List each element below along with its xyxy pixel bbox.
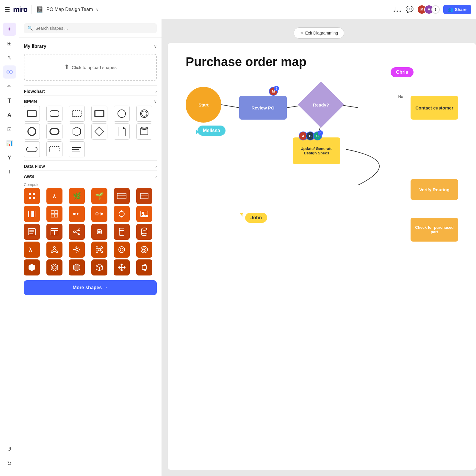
aws-list[interactable] xyxy=(24,224,40,240)
review-po-node[interactable]: Review PO xyxy=(239,96,287,120)
svg-marker-130 xyxy=(239,210,246,217)
font-tool-button[interactable]: A xyxy=(3,108,16,121)
bpmn-hexagon[interactable] xyxy=(69,123,85,140)
aws-barcode[interactable] xyxy=(24,206,40,222)
aws-grid2[interactable] xyxy=(46,206,62,222)
canvas-area[interactable]: ✕ Exit Diagramming Purchase order map xyxy=(162,19,476,476)
bpmn-chevron-icon[interactable]: ∨ xyxy=(154,99,157,104)
melissa-cursor-group: Melissa xyxy=(195,129,223,139)
upload-shapes-button[interactable]: ⬆ Click to upload shapes xyxy=(24,54,157,81)
aws-db1[interactable] xyxy=(114,224,130,240)
svg-point-51 xyxy=(142,212,144,214)
aws-lambda2[interactable]: λ xyxy=(24,242,40,258)
review-avatar-badge: 3 xyxy=(274,86,279,91)
aws-cpu[interactable] xyxy=(91,224,107,240)
aws-nodes[interactable] xyxy=(46,242,62,258)
chat-icon[interactable]: 💬 xyxy=(405,6,414,13)
aws-share[interactable] xyxy=(69,224,85,240)
more-shapes-label: More shapes → xyxy=(73,285,108,290)
svg-point-62 xyxy=(78,233,80,235)
aws-scan[interactable] xyxy=(114,242,130,258)
svg-marker-103 xyxy=(51,264,58,271)
aws-lambda[interactable]: λ xyxy=(46,188,62,204)
bpmn-section: BPMN ∨ xyxy=(24,95,157,106)
apps-button[interactable]: Y xyxy=(3,151,16,164)
aws-target[interactable] xyxy=(136,242,152,258)
hamburger-menu[interactable]: ☰ xyxy=(5,6,10,13)
verify-routing-node[interactable]: Verify Routing xyxy=(411,179,458,200)
music-icon[interactable]: ♩♩♩ xyxy=(393,6,402,13)
aws-instances[interactable] xyxy=(114,188,130,204)
aws-shapes-grid: λ 🌿 🌱 λ xyxy=(24,188,157,275)
diagram-tool-button[interactable] xyxy=(3,65,16,79)
data-flow-chevron-icon[interactable]: › xyxy=(155,164,157,169)
bpmn-label: BPMN xyxy=(24,99,37,104)
aws-image[interactable] xyxy=(136,206,152,222)
bpmn-lines[interactable] xyxy=(69,141,85,157)
topbar: ☰ miro 📓 PO Map Design Team ∨ ♩♩♩ 💬 M V … xyxy=(0,0,476,19)
aws-leaf1[interactable]: 🌿 xyxy=(69,188,85,204)
aws-arrows[interactable] xyxy=(114,259,130,275)
search-section: 🔍 xyxy=(19,19,162,38)
aws-ec2[interactable] xyxy=(24,188,40,204)
pen-tool-button[interactable]: ✏ xyxy=(3,80,16,93)
bpmn-pill[interactable] xyxy=(24,141,40,157)
aws-table[interactable] xyxy=(46,224,62,240)
exit-icon: ✕ xyxy=(300,31,303,35)
aws-hex1[interactable] xyxy=(24,259,40,275)
bpmn-diamond[interactable] xyxy=(91,123,107,140)
share-button[interactable]: 👥 Share xyxy=(443,5,471,14)
bpmn-thick-circle[interactable] xyxy=(24,123,40,140)
aws-leaf2[interactable]: 🌱 xyxy=(91,188,107,204)
svg-point-87 xyxy=(96,247,98,248)
add-button[interactable]: + xyxy=(3,165,16,178)
chart-tool-button[interactable]: 📊 xyxy=(3,137,16,150)
aws-chip[interactable] xyxy=(136,259,152,275)
aws-chevron-icon[interactable]: › xyxy=(155,174,157,179)
aws-network[interactable] xyxy=(91,242,107,258)
aws-arrow[interactable] xyxy=(91,206,107,222)
aws-iot[interactable] xyxy=(69,242,85,258)
text-tool-button[interactable]: T xyxy=(3,94,16,107)
bpmn-dashed-rect[interactable] xyxy=(69,106,85,122)
start-node[interactable]: Start xyxy=(186,87,221,123)
svg-point-10 xyxy=(28,128,36,135)
more-shapes-button[interactable]: More shapes → xyxy=(24,280,157,295)
aws-hex2[interactable] xyxy=(46,259,62,275)
bpmn-circle[interactable] xyxy=(114,106,130,122)
project-chevron-icon[interactable]: ∨ xyxy=(96,7,99,12)
update-avatar-badge: 3 xyxy=(318,130,323,136)
search-input[interactable] xyxy=(35,26,153,31)
aws-db2[interactable] xyxy=(136,224,152,240)
aws-crosshair[interactable] xyxy=(114,206,130,222)
bpmn-dashed-small[interactable] xyxy=(46,141,62,157)
contact-customer-node[interactable]: Contact customer xyxy=(411,96,458,120)
check-purchased-part-node[interactable]: Check for purchased part xyxy=(411,218,458,242)
grid-tool-button[interactable]: ⊞ xyxy=(3,37,16,50)
bpmn-thick-rect[interactable] xyxy=(91,106,107,122)
exit-diagramming-button[interactable]: ✕ Exit Diagramming xyxy=(294,27,344,39)
my-library-section[interactable]: My library ∨ xyxy=(24,41,157,51)
ai-tool-button[interactable]: ✦ xyxy=(3,23,16,36)
miro-logo: miro xyxy=(13,5,27,14)
bpmn-double-circle[interactable] xyxy=(136,106,152,122)
aws-container[interactable] xyxy=(136,188,152,204)
flowchart-chevron-icon[interactable]: › xyxy=(155,89,157,94)
redo-button[interactable]: ↻ xyxy=(3,457,16,470)
select-tool-button[interactable]: ↖ xyxy=(3,51,16,64)
aws-cube[interactable] xyxy=(91,259,107,275)
aws-hex3[interactable] xyxy=(69,259,85,275)
search-box[interactable]: 🔍 xyxy=(24,23,157,33)
bpmn-rounded-thick[interactable] xyxy=(46,123,62,140)
aws-flow[interactable] xyxy=(69,206,85,222)
bpmn-rounded-rect[interactable] xyxy=(46,106,62,122)
undo-button[interactable]: ↺ xyxy=(3,443,16,456)
bpmn-page[interactable] xyxy=(114,123,130,140)
bpmn-cylinder[interactable] xyxy=(136,123,152,140)
svg-rect-66 xyxy=(98,231,100,233)
bpmn-rect[interactable] xyxy=(24,106,40,122)
svg-line-78 xyxy=(54,248,56,251)
frame-tool-button[interactable]: ⊡ xyxy=(3,123,16,136)
update-design-specs-node[interactable]: Update/ Generate Design Specs xyxy=(293,137,340,164)
svg-point-61 xyxy=(78,229,80,231)
